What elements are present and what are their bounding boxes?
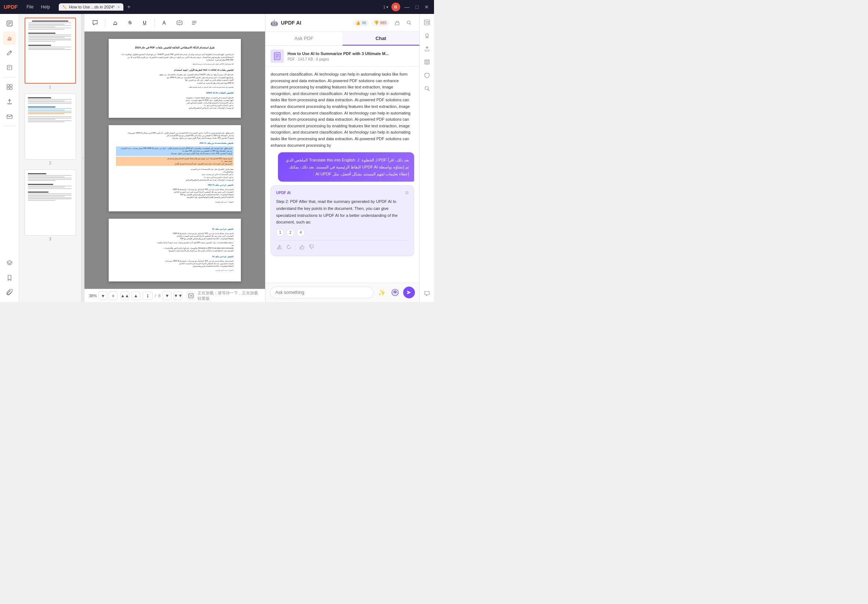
svg-rect-10	[10, 87, 12, 90]
thumbnail-img-1	[25, 18, 76, 83]
tab-chat[interactable]: Chat	[343, 32, 420, 45]
right-ai-chat-icon[interactable]	[422, 288, 432, 299]
refresh-action-btn[interactable]	[286, 244, 292, 251]
tab-add-btn[interactable]: +	[125, 3, 133, 11]
sidebar-divider	[4, 77, 16, 77]
action-sep	[295, 244, 296, 250]
right-ocr-icon[interactable]	[422, 17, 432, 28]
sidebar-annotate-icon[interactable]	[3, 61, 16, 74]
ai-send-btn[interactable]	[403, 287, 415, 298]
nav-down-btn[interactable]: ▼	[163, 291, 172, 300]
comment-tool-btn[interactable]	[89, 17, 101, 29]
fit-page-btn[interactable]	[187, 291, 195, 300]
ai-dislike-stat: 👎 985	[371, 20, 389, 26]
toolbar-sep-1	[105, 19, 105, 27]
page-ref-2[interactable]: 2	[287, 229, 294, 237]
ai-stats: 👍 96 👎 985	[353, 20, 389, 26]
thumbnail-img-2	[25, 94, 76, 160]
nav-up-btn[interactable]: ▲	[132, 291, 140, 300]
active-tab[interactable]: ✏️ How to Use ...ds in 2024* ×	[59, 3, 123, 11]
thumbnail-page-2[interactable]: 2	[22, 94, 78, 165]
ai-conversation: document classification. AI technology c…	[265, 67, 419, 283]
pdf-page-1: طرق استخدام الذكاء الاصطناعي الفائقة لتل…	[108, 39, 241, 118]
nav-up-top-btn[interactable]: ▲▲	[121, 291, 129, 300]
page-ref-1[interactable]: 1	[276, 229, 284, 237]
file-menu[interactable]: File	[23, 3, 36, 11]
svg-line-21	[410, 23, 411, 25]
sidebar-attach-icon[interactable]	[3, 286, 16, 299]
svg-rect-6	[7, 65, 12, 70]
sidebar-divider-2	[4, 126, 16, 126]
right-protect-icon[interactable]	[422, 70, 432, 81]
ai-message-input[interactable]	[270, 287, 374, 298]
sidebar-edit-icon[interactable]	[3, 46, 16, 59]
sidebar-bookmark-icon[interactable]	[3, 271, 16, 284]
sidebar-layers-icon[interactable]	[3, 256, 16, 270]
bottom-status: 正在加载：请等待一下，正在加载轻量版	[198, 290, 261, 301]
pen-tool-btn[interactable]	[109, 17, 121, 29]
share-action-btn[interactable]	[276, 244, 283, 251]
text-format-btn[interactable]	[188, 17, 200, 29]
text-box-btn[interactable]	[173, 17, 186, 29]
right-stamp-icon[interactable]	[422, 30, 432, 41]
window-controls: 1 ▾ B — □ ✕	[383, 3, 430, 11]
content-area: S U طرق استخدام الذكاء الاصطناعي الفائقة…	[84, 14, 265, 302]
ai-lock-icon[interactable]	[392, 18, 402, 28]
svg-rect-8	[10, 84, 12, 87]
svg-rect-7	[7, 84, 9, 87]
thumbnail-page-3[interactable]: 3	[22, 170, 78, 241]
tab-label: How to Use ...ds in 2024*	[69, 5, 115, 9]
ai-title: UPDF AI	[281, 20, 350, 26]
nav-down-bottom-btn[interactable]: ▼▼	[174, 291, 183, 300]
sidebar-export-icon[interactable]	[3, 95, 16, 108]
right-save-icon[interactable]	[422, 57, 432, 68]
svg-line-5	[10, 51, 11, 53]
ai-header: 🤖 UPDF AI 👍 96 👎 985	[265, 14, 419, 32]
page-number-input[interactable]	[143, 292, 153, 300]
ai-doc-icon	[271, 49, 284, 63]
close-btn[interactable]: ✕	[423, 3, 430, 11]
right-search-icon[interactable]	[422, 83, 432, 94]
ai-response-pages: 1 2 4	[276, 229, 409, 237]
ai-doc-details: How to Use AI to Summarize PDF with 3 Ul…	[287, 51, 389, 61]
zoom-in-btn[interactable]: +	[108, 291, 118, 300]
maximize-btn[interactable]: □	[414, 3, 420, 11]
strikethrough-btn[interactable]: S	[124, 17, 136, 29]
page1-intro: أمر أساسي لفهم المستندات الطويلة الذي نح…	[116, 53, 234, 62]
sidebar-highlight-icon[interactable]	[3, 32, 16, 45]
minimize-btn[interactable]: —	[403, 3, 411, 11]
sidebar-organize-icon[interactable]	[3, 80, 16, 94]
toolbar: S U	[84, 14, 265, 32]
help-menu[interactable]: Help	[38, 3, 53, 11]
underline-btn[interactable]: U	[138, 17, 151, 29]
ai-magic-btn[interactable]	[390, 287, 400, 298]
right-sidebar	[419, 14, 434, 302]
font-tool-btn[interactable]	[159, 17, 171, 29]
panel-collapse-handle[interactable]: ‹	[82, 14, 84, 302]
user-avatar[interactable]: B	[391, 3, 400, 11]
ai-doc-info: How to Use AI to Summarize PDF with 3 Ul…	[265, 46, 419, 67]
svg-rect-9	[7, 87, 9, 90]
thumbnail-page-1[interactable]: 1	[22, 18, 78, 89]
page1-title: طرق استخدام الذكاء الاصطناعي الفائقة لتل…	[116, 45, 234, 49]
right-share-icon[interactable]	[422, 43, 432, 54]
like-action-btn[interactable]	[299, 244, 305, 251]
zoom-dropdown-btn[interactable]: ▾	[98, 291, 107, 300]
zoom-value: 38%	[89, 294, 97, 298]
titlebar: UPDF File Help ✏️ How to Use ...ds in 20…	[0, 0, 434, 14]
dislike-action-btn[interactable]	[308, 244, 315, 251]
svg-rect-11	[7, 115, 12, 119]
sidebar-read-icon[interactable]	[3, 17, 16, 30]
ai-like-stat: 👍 96	[353, 20, 369, 26]
copy-icon[interactable]: ⧉	[405, 190, 409, 195]
sidebar-mail-icon[interactable]	[3, 110, 16, 123]
tab-close-btn[interactable]: ×	[118, 5, 120, 9]
tab-ask-pdf[interactable]: Ask PDF	[265, 32, 343, 45]
page1-section2: لتلخيص الملفات #2 UPDF AI	[116, 91, 234, 95]
page-ref-4[interactable]: 4	[297, 229, 305, 237]
ai-input-area: ✨	[265, 283, 419, 302]
menu-bar: File Help	[23, 3, 53, 11]
ai-search-icon[interactable]	[404, 18, 414, 28]
ai-sparkle-icon[interactable]: ✨	[377, 287, 387, 298]
page2-section3: تلخيص صفحة محددة من ملف PDF #2	[116, 142, 234, 145]
